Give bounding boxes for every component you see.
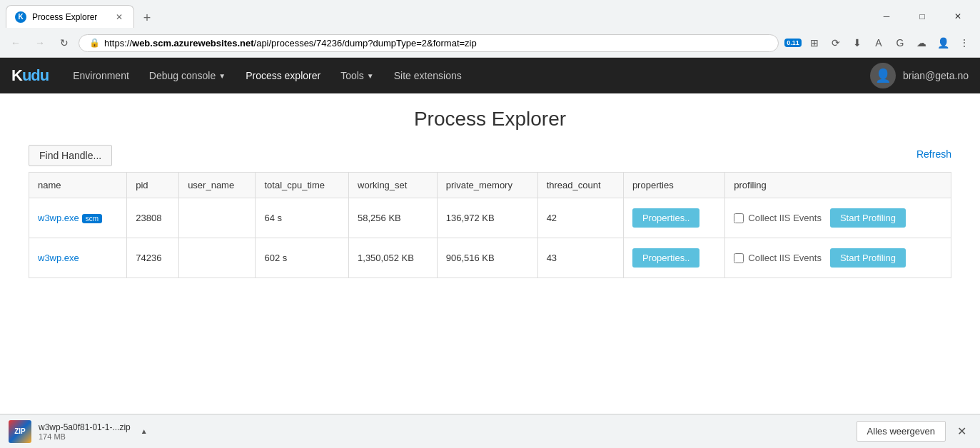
extensions-button[interactable]: 0.11 <box>783 33 803 53</box>
page-title: Process Explorer <box>29 108 951 131</box>
logo-k: K <box>11 66 22 84</box>
top-controls: Find Handle... Refresh <box>29 145 951 166</box>
active-tab[interactable]: K Process Explorer ✕ <box>6 5 134 28</box>
col-private-memory: private_memory <box>437 173 537 198</box>
refresh-link[interactable]: Refresh <box>916 148 951 160</box>
table-row: w3wp.exescm2380864 s58,256 KB136,972 KB4… <box>29 198 951 238</box>
collect-iis-label: Collect IIS Events <box>734 213 822 223</box>
cell-pid: 23808 <box>127 198 179 238</box>
collect-iis-text: Collect IIS Events <box>748 253 822 263</box>
process-table: name pid user_name total_cpu_time workin… <box>29 172 951 278</box>
minimize-button[interactable]: ─ <box>870 5 903 28</box>
tab-bar: K Process Explorer ✕ + <box>6 5 870 28</box>
col-thread-count: thread_count <box>537 173 623 198</box>
avatar-icon: 👤 <box>875 68 891 83</box>
cell-name: w3wp.exescm <box>29 198 127 238</box>
tab-title: Process Explorer <box>32 12 108 22</box>
browser-actions: 0.11 ⊞ ⟳ ⬇ A G ☁ 👤 ⋮ <box>783 33 974 53</box>
col-pid: pid <box>127 173 179 198</box>
close-window-button[interactable]: ✕ <box>941 5 974 28</box>
cell-cpu-time: 602 s <box>256 238 349 278</box>
cell-thread-count: 42 <box>537 198 623 238</box>
cell-username <box>179 198 256 238</box>
start-profiling-button[interactable]: Start Profiling <box>830 248 906 268</box>
forward-button[interactable]: → <box>30 33 50 53</box>
tab-favicon: K <box>15 11 26 23</box>
cell-thread-count: 43 <box>537 238 623 278</box>
find-handle-button[interactable]: Find Handle... <box>29 145 112 166</box>
url-prefix: https:// <box>104 38 132 49</box>
tab-close-button[interactable]: ✕ <box>113 11 125 23</box>
address-bar: ← → ↻ 🔒 https://web.scm.azurewebsites.ne… <box>0 29 980 57</box>
more-options-button[interactable]: ⋮ <box>954 33 974 53</box>
window-controls: ─ □ ✕ <box>870 5 974 28</box>
cell-profiling: Collect IIS EventsStart Profiling <box>725 238 951 278</box>
nav-debug-console-label: Debug console <box>149 70 216 81</box>
title-bar: K Process Explorer ✕ + ─ □ ✕ <box>0 0 980 29</box>
browser-chrome: K Process Explorer ✕ + ─ □ ✕ ← → ↻ 🔒 htt… <box>0 0 980 58</box>
properties-button[interactable]: Properties.. <box>632 208 699 228</box>
cell-private-memory: 906,516 KB <box>437 238 537 278</box>
user-profile-button[interactable]: G <box>890 33 910 53</box>
url-path: /api/processes/74236/dump?dumpType=2&for… <box>254 38 477 49</box>
account-icon[interactable]: A <box>869 33 889 53</box>
cell-working-set: 1,350,052 KB <box>349 238 438 278</box>
col-profiling: profiling <box>725 173 951 198</box>
avatar[interactable]: 👤 <box>870 63 896 88</box>
cell-cpu-time: 64 s <box>256 198 349 238</box>
url-text: https://web.scm.azurewebsites.net/api/pr… <box>104 38 768 49</box>
table-row: w3wp.exe74236602 s1,350,052 KB906,516 KB… <box>29 238 951 278</box>
url-domain: web.scm.azurewebsites.net <box>132 38 254 49</box>
history-button[interactable]: ⟳ <box>826 33 846 53</box>
profiling-cell: Collect IIS EventsStart Profiling <box>734 248 942 268</box>
table-body: w3wp.exescm2380864 s58,256 KB136,972 KB4… <box>29 198 951 278</box>
cell-username <box>179 238 256 278</box>
process-name-link[interactable]: w3wp.exe <box>38 213 79 223</box>
nav-environment[interactable]: Environment <box>63 58 139 93</box>
col-properties: properties <box>623 173 724 198</box>
collect-iis-text: Collect IIS Events <box>748 213 822 223</box>
download-icon[interactable]: ⬇ <box>847 33 867 53</box>
nav-site-extensions[interactable]: Site extensions <box>384 58 472 93</box>
refresh-button[interactable]: ↻ <box>54 33 74 53</box>
table-header-row: name pid user_name total_cpu_time workin… <box>29 173 951 198</box>
kudu-navbar: Kudu Environment Debug console ▼ Process… <box>0 58 980 93</box>
user-email: brian@geta.no <box>903 70 969 81</box>
col-name: name <box>29 173 127 198</box>
cell-properties: Properties.. <box>623 238 724 278</box>
nav-tools-label: Tools <box>340 70 364 81</box>
kudu-logo: Kudu <box>11 66 49 85</box>
nav-site-extensions-label: Site extensions <box>394 70 462 81</box>
nav-process-explorer[interactable]: Process explorer <box>236 58 330 93</box>
tabs-button[interactable]: ⊞ <box>804 33 824 53</box>
process-name-link[interactable]: w3wp.exe <box>38 253 79 263</box>
cell-pid: 74236 <box>127 238 179 278</box>
col-working-set: working_set <box>349 173 438 198</box>
collect-iis-checkbox[interactable] <box>734 213 744 223</box>
maximize-button[interactable]: □ <box>906 5 939 28</box>
cell-properties: Properties.. <box>623 198 724 238</box>
scm-badge: scm <box>82 214 102 223</box>
cell-working-set: 58,256 KB <box>349 198 438 238</box>
extension-badge: 0.11 <box>784 39 802 47</box>
new-tab-button[interactable]: + <box>137 8 157 28</box>
properties-button[interactable]: Properties.. <box>632 248 699 268</box>
avatar-button[interactable]: 👤 <box>933 33 953 53</box>
cloud-icon[interactable]: ☁ <box>911 33 931 53</box>
col-user-name: user_name <box>179 173 256 198</box>
start-profiling-button[interactable]: Start Profiling <box>830 208 906 228</box>
collect-iis-checkbox[interactable] <box>734 253 744 263</box>
nav-debug-console[interactable]: Debug console ▼ <box>139 58 236 93</box>
main-content: Process Explorer Find Handle... Refresh … <box>0 93 980 379</box>
nav-environment-label: Environment <box>73 70 129 81</box>
nav-user: 👤 brian@geta.no <box>870 63 969 88</box>
cell-name: w3wp.exe <box>29 238 127 278</box>
col-total-cpu-time: total_cpu_time <box>256 173 349 198</box>
cell-private-memory: 136,972 KB <box>437 198 537 238</box>
back-button[interactable]: ← <box>6 33 26 53</box>
cell-profiling: Collect IIS EventsStart Profiling <box>725 198 951 238</box>
url-bar[interactable]: 🔒 https://web.scm.azurewebsites.net/api/… <box>79 34 779 52</box>
collect-iis-label: Collect IIS Events <box>734 253 822 263</box>
debug-console-caret: ▼ <box>218 72 226 80</box>
nav-tools[interactable]: Tools ▼ <box>330 58 384 93</box>
